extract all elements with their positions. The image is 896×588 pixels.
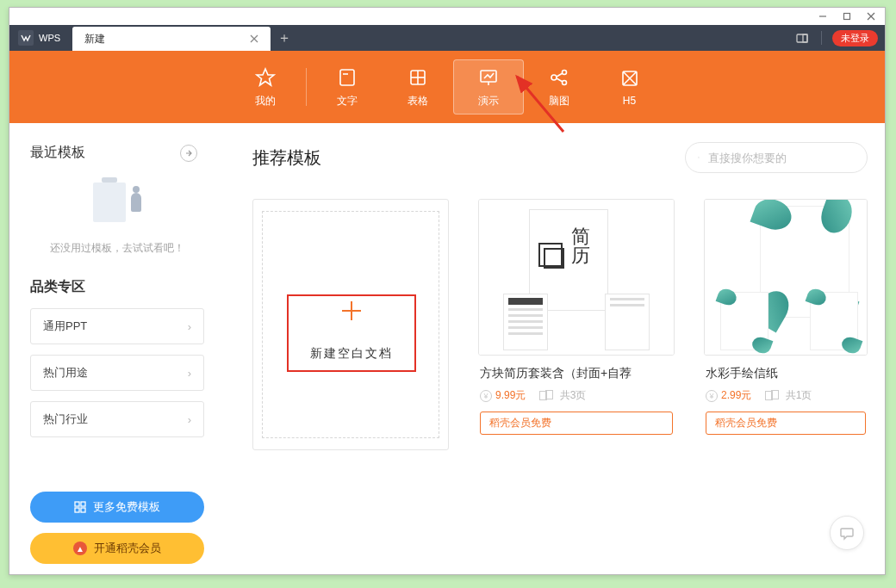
- menu-mind[interactable]: 脑图: [524, 59, 594, 115]
- menu-table[interactable]: 表格: [383, 59, 453, 115]
- more-free-templates-button[interactable]: 更多免费模板: [30, 492, 204, 523]
- app-window: WPS 新建 ＋ 未登录 我的 文字 表格: [9, 7, 886, 575]
- svg-rect-1: [844, 14, 850, 20]
- recent-title: 最近模板: [30, 144, 85, 162]
- menu-mine[interactable]: 我的: [230, 59, 301, 115]
- sidebar-bottom: 更多免费模板 ▲ 开通稻壳会员: [30, 492, 204, 564]
- template-price: ¥2.99元: [706, 388, 751, 403]
- card-template-watercolor[interactable]: 水彩手绘信纸 ¥2.99元 共1页 稻壳会员免费: [704, 199, 868, 450]
- recent-empty-illustration: [30, 174, 204, 231]
- svg-rect-23: [75, 502, 79, 506]
- svg-rect-6: [797, 34, 807, 42]
- template-thumbnail: 简历: [479, 199, 674, 356]
- window-maximize-button[interactable]: [835, 9, 859, 24]
- tab-title: 新建: [84, 32, 105, 46]
- brand: WPS: [9, 25, 72, 51]
- svg-line-19: [557, 78, 563, 82]
- menu-label: H5: [623, 95, 636, 107]
- tab-close-icon[interactable]: [246, 31, 262, 46]
- fire-icon: ▲: [73, 542, 87, 555]
- chevron-right-icon: ›: [188, 367, 191, 380]
- plus-icon: [342, 301, 361, 320]
- button-label: 更多免费模板: [93, 499, 160, 515]
- yen-icon: ¥: [706, 390, 718, 402]
- template-price: ¥9.99元: [480, 388, 526, 403]
- svg-point-27: [698, 157, 699, 158]
- window-minimize-button[interactable]: [811, 9, 835, 24]
- svg-rect-24: [81, 502, 85, 506]
- h5-icon: [619, 67, 641, 90]
- top-menu: 我的 文字 表格 演示 脑图 H5: [9, 51, 885, 123]
- search-icon: [698, 152, 700, 164]
- recent-empty-note: 还没用过模板，去试试看吧！: [30, 241, 204, 256]
- category-label: 热门用途: [43, 365, 88, 381]
- menu-label: 演示: [478, 94, 499, 108]
- svg-rect-8: [340, 70, 354, 85]
- menu-h5[interactable]: H5: [594, 59, 665, 115]
- present-icon: [477, 66, 500, 89]
- svg-rect-7: [803, 34, 807, 42]
- login-button[interactable]: 未登录: [832, 30, 878, 46]
- star-icon: [254, 66, 277, 89]
- svg-point-15: [551, 75, 557, 80]
- card-new-blank[interactable]: 新建空白文档: [252, 199, 449, 450]
- menu-text[interactable]: 文字: [312, 59, 383, 115]
- table-icon: [407, 66, 429, 89]
- menu-present[interactable]: 演示: [453, 59, 524, 115]
- svg-rect-25: [75, 508, 79, 512]
- template-meta: ¥2.99元 共1页: [706, 388, 866, 403]
- window-titlebar: [9, 8, 885, 25]
- skin-icon[interactable]: [793, 29, 811, 46]
- svg-rect-26: [81, 508, 85, 512]
- menu-label: 文字: [337, 94, 358, 108]
- menu-label: 表格: [408, 94, 428, 108]
- chevron-right-icon: ›: [188, 320, 191, 333]
- recent-header: 最近模板: [30, 144, 204, 162]
- search-box[interactable]: [685, 142, 868, 173]
- category-label: 热门行业: [43, 412, 88, 427]
- category-general-ppt[interactable]: 通用PPT ›: [30, 308, 204, 344]
- window-close-button[interactable]: [859, 9, 883, 24]
- category-label: 通用PPT: [43, 319, 87, 334]
- separator: [306, 68, 307, 106]
- chat-fab[interactable]: [830, 516, 864, 550]
- wps-logo-icon: [18, 30, 34, 46]
- tab-new[interactable]: 新建: [72, 27, 271, 51]
- main-heading: 推荐模板: [252, 146, 321, 170]
- highlight-box: 新建空白文档: [287, 294, 416, 372]
- chevron-right-icon: ›: [188, 413, 191, 426]
- menu-label: 我的: [255, 94, 276, 108]
- vip-free-badge: 稻壳会员免费: [480, 412, 673, 435]
- doc-icon: [336, 66, 358, 89]
- separator: [821, 31, 822, 45]
- template-thumbnail: [705, 199, 867, 356]
- arrow-right-icon: [184, 149, 193, 158]
- main: 推荐模板 新建空白文档: [215, 123, 885, 574]
- pages-info: 共3页: [539, 388, 586, 403]
- tab-add-button[interactable]: ＋: [271, 25, 298, 51]
- tab-strip: WPS 新建 ＋ 未登录: [9, 25, 885, 51]
- main-header: 推荐模板: [252, 142, 868, 173]
- category-hot-use[interactable]: 热门用途 ›: [30, 355, 204, 391]
- card-template-resume[interactable]: 简历 方块简历套装含（封面+自荐 ¥9.99元 共3页 稻壳会员免费: [478, 199, 675, 450]
- vip-free-badge: 稻壳会员免费: [706, 412, 866, 435]
- template-cards: 新建空白文档 简历: [252, 199, 868, 450]
- category-title: 品类专区: [30, 278, 204, 296]
- template-title: 方块简历套装含（封面+自荐: [480, 366, 673, 381]
- search-input[interactable]: [706, 151, 855, 165]
- pages-info: 共1页: [765, 388, 812, 403]
- mind-icon: [548, 66, 570, 89]
- menu-label: 脑图: [549, 94, 569, 108]
- brand-label: WPS: [39, 33, 60, 43]
- button-label: 开通稻壳会员: [94, 541, 161, 556]
- tabstrip-right: 未登录: [793, 25, 885, 51]
- sidebar: 最近模板 还没用过模板，去试试看吧！ 品类专区 通用PPT › 热门用途 › 热…: [9, 123, 215, 574]
- open-vip-button[interactable]: ▲ 开通稻壳会员: [30, 533, 204, 564]
- template-title: 水彩手绘信纸: [706, 366, 866, 381]
- chat-icon: [839, 525, 855, 541]
- template-meta: ¥9.99元 共3页: [480, 388, 673, 403]
- yen-icon: ¥: [480, 390, 492, 402]
- recent-arrow-button[interactable]: [180, 145, 197, 162]
- body: 最近模板 还没用过模板，去试试看吧！ 品类专区 通用PPT › 热门用途 › 热…: [9, 123, 885, 574]
- category-hot-industry[interactable]: 热门行业 ›: [30, 401, 204, 437]
